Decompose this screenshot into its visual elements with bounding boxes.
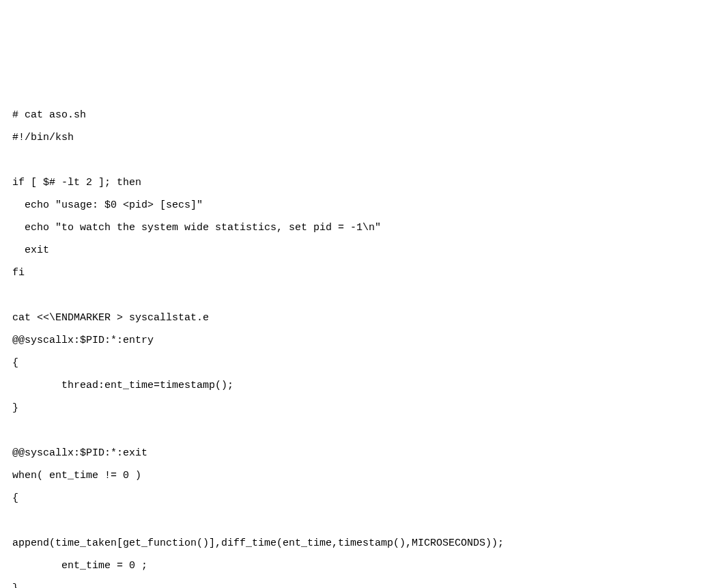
code-block: # cat aso.sh #!/bin/ksh if [ $# -lt 2 ];… (12, 104, 713, 588)
code-line: fi (12, 267, 25, 279)
code-line: thread:ent_time=timestamp(); (12, 380, 233, 391)
code-line: # cat aso.sh (12, 109, 86, 121)
code-line: } (12, 583, 18, 588)
code-line: #!/bin/ksh (12, 132, 74, 143)
code-line: { (12, 492, 18, 504)
code-line: when( ent_time != 0 ) (12, 470, 141, 481)
code-line: echo "usage: $0 <pid> [secs]" (12, 199, 203, 211)
code-line: } (12, 402, 18, 414)
code-line: if [ $# -lt 2 ]; then (12, 177, 141, 188)
code-line: { (12, 357, 18, 369)
code-line: cat <<\ENDMARKER > syscallstat.e (12, 312, 209, 324)
code-line: @@syscallx:$PID:*:entry (12, 335, 154, 346)
code-line: exit (12, 244, 49, 256)
code-line: ent_time = 0 ; (12, 560, 147, 572)
code-line: append(time_taken[get_function()],diff_t… (12, 537, 504, 549)
code-line: @@syscallx:$PID:*:exit (12, 447, 147, 459)
code-line: echo "to watch the system wide statistic… (12, 222, 381, 234)
